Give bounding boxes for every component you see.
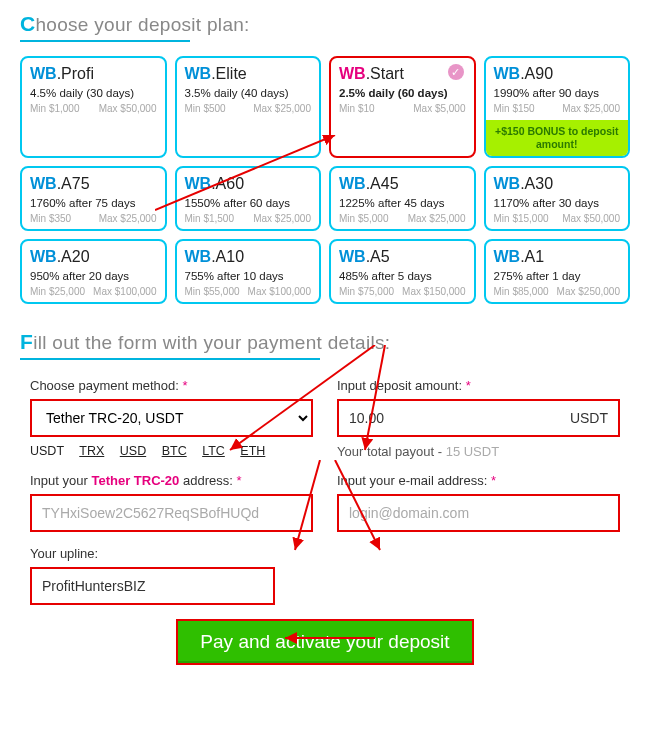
plan-a90[interactable]: WB.A90 1990% after 90 days Min $150Max $…: [484, 56, 631, 158]
payment-form: Choose payment method: * Tether TRC-20, …: [20, 378, 630, 605]
choose-plan-heading: Choose your deposit plan:: [20, 12, 630, 36]
plan-a5[interactable]: WB.A5 485% after 5 days Min $75,000Max $…: [329, 239, 476, 304]
email-label: Input your e-mail address: *: [337, 473, 620, 488]
plan-a60[interactable]: WB.A60 1550% after 60 days Min $1,500Max…: [175, 166, 322, 231]
upline-input[interactable]: ProfitHuntersBIZ: [30, 567, 275, 605]
fill-form-heading: Fill out the form with your payment deta…: [20, 330, 630, 354]
coin-trx[interactable]: TRX: [79, 444, 104, 458]
plan-a10[interactable]: WB.A10 755% after 10 days Min $55,000Max…: [175, 239, 322, 304]
coin-usd[interactable]: USD: [120, 444, 146, 458]
plan-a45[interactable]: WB.A45 1225% after 45 days Min $5,000Max…: [329, 166, 476, 231]
payout-text: Your total payout - 15 USDT: [337, 444, 620, 459]
coin-ltc[interactable]: LTC: [202, 444, 225, 458]
check-icon: ✓: [448, 64, 464, 80]
plan-start[interactable]: ✓ WB.Start 2.5% daily (60 days) Min $10M…: [329, 56, 476, 158]
plan-a75[interactable]: WB.A75 1760% after 75 days Min $350Max $…: [20, 166, 167, 231]
method-label: Choose payment method: *: [30, 378, 313, 393]
heading-underline-2: [20, 358, 320, 360]
coin-eth[interactable]: ETH: [240, 444, 265, 458]
plan-grid: WB.Profi 4.5% daily (30 days) Min $1,000…: [20, 56, 630, 304]
amount-label: Input deposit amount: *: [337, 378, 620, 393]
plan-a30[interactable]: WB.A30 1170% after 30 days Min $15,000Ma…: [484, 166, 631, 231]
address-input[interactable]: TYHxiSoew2C5627ReqSBofHUQd: [30, 494, 313, 532]
email-input[interactable]: login@domain.com: [337, 494, 620, 532]
payment-method-select[interactable]: Tether TRC-20, USDT: [30, 399, 313, 437]
deposit-amount-input[interactable]: 10.00USDT: [337, 399, 620, 437]
address-label: Input your Tether TRC-20 address: *: [30, 473, 313, 488]
plan-a20[interactable]: WB.A20 950% after 20 days Min $25,000Max…: [20, 239, 167, 304]
upline-label: Your upline:: [30, 546, 313, 561]
coin-usdt[interactable]: USDT: [30, 444, 64, 458]
plan-elite[interactable]: WB.Elite 3.5% daily (40 days) Min $500Ma…: [175, 56, 322, 158]
bonus-badge: +$150 BONUS to deposit amount!: [486, 120, 629, 156]
heading-underline: [20, 40, 190, 42]
coin-btc[interactable]: BTC: [162, 444, 187, 458]
pay-button[interactable]: Pay and activate your deposit: [176, 619, 473, 665]
plan-profi[interactable]: WB.Profi 4.5% daily (30 days) Min $1,000…: [20, 56, 167, 158]
plan-a1[interactable]: WB.A1 275% after 1 day Min $85,000Max $2…: [484, 239, 631, 304]
coin-list: USDT TRX USD BTC LTC ETH: [30, 444, 313, 458]
